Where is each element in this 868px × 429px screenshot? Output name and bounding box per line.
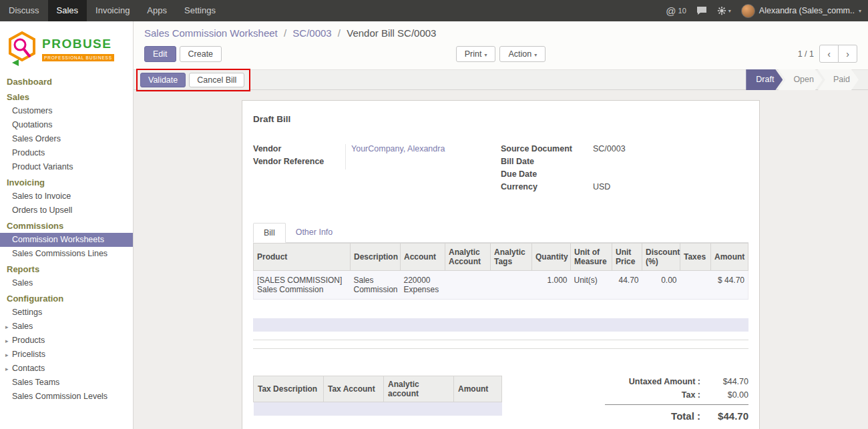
cell-amount: $ 44.70 [711,271,748,300]
tax-label: Tax : [605,390,707,400]
status-step-draft[interactable]: Draft [746,69,783,90]
tab-other-info[interactable]: Other Info [286,223,343,243]
pager-counter: 1 / 1 [798,49,814,59]
vendor-reference-label: Vendor Reference [253,157,345,169]
pager-next-button[interactable]: › [838,45,857,63]
validate-button[interactable]: Validate [140,73,186,87]
sidebar-item-dashboard[interactable]: Dashboard [0,73,133,89]
sidebar-item-quotations[interactable]: Quotations [0,118,133,132]
buttons-row: Edit Create Print▾ Action▾ 1 / 1 ‹ › [144,45,857,63]
sidebar-item-orders-to-upsell[interactable]: Orders to Upsell [0,203,133,218]
logo-title: PROBUSE [42,37,114,51]
breadcrumb: Sales Commission Worksheet / SC/0003 / V… [144,27,857,39]
sidebar-item-sales-orders[interactable]: Sales Orders [0,132,133,146]
sidebar-item-sales-teams[interactable]: Sales Teams [0,376,133,390]
col-header-discount[interactable]: Discount (%) [642,244,680,271]
cell-unit-price: 44.70 [612,271,642,300]
tax-table-header-row: Tax Description Tax Account Analytic acc… [254,376,502,402]
top-menu-discuss[interactable]: Discuss [0,0,48,21]
sidebar-item-sales-commission-levels[interactable]: Sales Commission Levels [0,390,133,404]
col-header-product[interactable]: Product [254,244,351,271]
messages-icon[interactable] [696,6,707,15]
status-step-open[interactable]: Open [778,69,823,90]
col-header-taxes[interactable]: Taxes [680,244,711,271]
sidebar-item-customers[interactable]: Customers [0,104,133,118]
col-header-quantity[interactable]: Quantity [532,244,571,271]
sidebar-item-label: Pricelists [12,350,45,359]
pager-previous-button[interactable]: ‹ [819,45,839,63]
sidebar-item-config-contacts[interactable]: ▸Contacts [0,362,133,376]
sidebar-item-sales-to-invoice[interactable]: Sales to Invoice [0,189,133,203]
tab-bill[interactable]: Bill [253,223,286,243]
create-button[interactable]: Create [180,46,222,62]
workflow-buttons: Validate Cancel Bill [140,73,244,87]
main-area: Sales Commission Worksheet / SC/0003 / V… [134,21,868,429]
breadcrumb-current: Vendor Bill SC/0003 [347,27,436,39]
top-menu-invoicing[interactable]: Invoicing [87,0,138,21]
status-step-paid[interactable]: Paid [818,69,859,90]
top-menu-settings[interactable]: Settings [176,0,224,21]
col-header-unit-of-measure[interactable]: Unit of Measure [571,244,612,271]
col-header-amount[interactable]: Amount [711,244,748,271]
sidebar-item-products[interactable]: Products [0,146,133,160]
sidebar-item-config-pricelists[interactable]: ▸Pricelists [0,348,133,362]
sidebar-item-config-settings[interactable]: Settings [0,306,133,320]
sidebar-section-invoicing[interactable]: Invoicing [0,174,133,189]
table-row[interactable]: [SALES COMMISSION] Sales Commission Sale… [254,271,748,300]
sidebar-section-commissions[interactable]: Commissions [0,218,133,233]
form-sheet: Draft Bill Vendor YourCompany, Alexandra… [242,100,760,429]
cell-analytic-tags [491,271,532,300]
print-label: Print [465,49,482,59]
top-menu-apps[interactable]: Apps [138,0,176,21]
top-menu-sales[interactable]: Sales [48,0,87,21]
expand-arrow-icon: ▸ [5,324,11,330]
col-header-description[interactable]: Description [351,244,401,271]
cancel-bill-button[interactable]: Cancel Bill [189,73,244,87]
edit-button[interactable]: Edit [144,46,176,62]
top-menu-bar: Discuss Sales Invoicing Apps Settings [0,0,224,21]
probuse-logo[interactable]: PROBUSE PROFESSIONAL BUSINESS [0,21,133,73]
sidebar-section-sales[interactable]: Sales [0,89,133,104]
tax-lines-table: Tax Description Tax Account Analytic acc… [253,376,502,416]
print-button[interactable]: Print▾ [456,46,496,62]
untaxed-amount-value: $44.70 [707,377,748,386]
col-header-analytic-account[interactable]: Analytic Account [445,244,491,271]
col-header-analytic-tags[interactable]: Analytic Tags [491,244,532,271]
total-label: Total : [605,410,707,422]
action-button[interactable]: Action▾ [499,46,546,62]
vendor-value-link[interactable]: YourCompany, Alexandra [345,144,501,157]
avatar [741,4,755,18]
sidebar-item-config-sales[interactable]: ▸Sales [0,320,133,334]
expand-arrow-icon: ▸ [5,366,11,372]
debug-gear-menu[interactable]: ▾ [717,6,731,15]
divider [253,348,748,349]
sidebar-item-sales-commissions-lines[interactable]: Sales Commissions Lines [0,247,133,261]
col-header-unit-price[interactable]: Unit Price [612,244,642,271]
control-panel: Sales Commission Worksheet / SC/0003 / V… [134,21,868,69]
sidebar-item-product-variants[interactable]: Product Variants [0,160,133,174]
source-document-value: SC/0003 [593,144,748,157]
sidebar-section-reports[interactable]: Reports [0,261,133,276]
col-header-tax-analytic-account[interactable]: Analytic account [384,376,454,402]
tax-value: $0.00 [707,390,748,400]
mentions-counter[interactable]: @ 10 [666,5,686,17]
expand-arrow-icon: ▸ [5,338,11,344]
sidebar: PROBUSE PROFESSIONAL BUSINESS Dashboard … [0,21,134,429]
col-header-tax-description[interactable]: Tax Description [254,376,324,402]
breadcrumb-separator: / [284,27,286,39]
at-icon: @ [666,5,676,17]
sidebar-item-label: Products [12,336,45,345]
col-header-tax-account[interactable]: Tax Account [324,376,384,402]
sidebar-section-configuration[interactable]: Configuration [0,290,133,306]
col-header-account[interactable]: Account [401,244,445,271]
sidebar-item-config-products[interactable]: ▸Products [0,334,133,348]
breadcrumb-link-worksheet[interactable]: Sales Commission Worksheet [144,27,278,39]
sidebar-item-reports-sales[interactable]: Sales [0,276,133,290]
notebook-tabs: Bill Other Info [253,223,748,243]
breadcrumb-link-sc0003[interactable]: SC/0003 [292,27,331,39]
user-menu[interactable]: Alexandra (Sales_comm.. ▾ [741,4,861,18]
sidebar-item-commission-worksheets[interactable]: Commission Worksheets [0,233,133,247]
logo-tagline: PROFESSIONAL BUSINESS [42,54,114,61]
caret-down-icon: ▾ [484,52,487,58]
col-header-tax-amount[interactable]: Amount [454,376,502,402]
